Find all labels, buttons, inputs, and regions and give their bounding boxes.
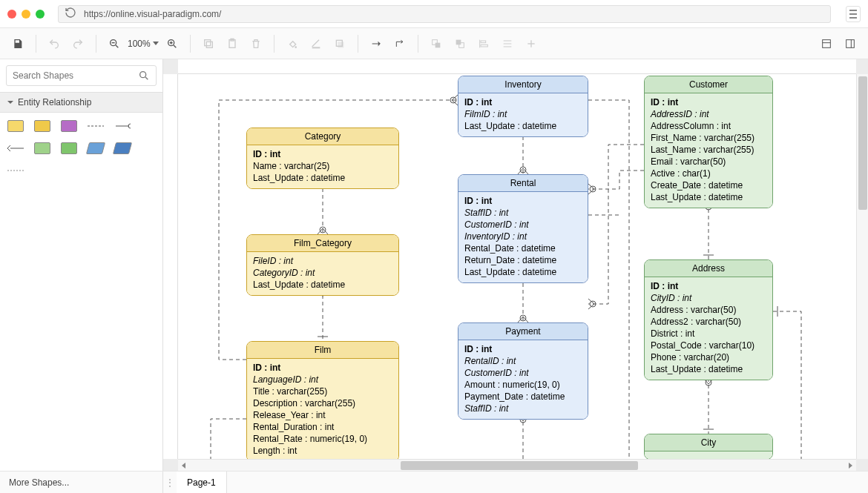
entity-attribute: Last_Update : datetime	[464, 120, 582, 132]
palette-entity-blue[interactable]	[86, 142, 105, 154]
entity-inventory[interactable]: Inventory ID : intFilmID : intLast_Updat…	[458, 76, 588, 137]
entity-attribute: Title : varchar(255)	[253, 386, 392, 397]
palette-entity-yellow[interactable]	[7, 120, 24, 132]
page-tab[interactable]: Page-1	[177, 472, 227, 493]
entity-attribute: Last_Update : datetime	[253, 172, 392, 184]
svg-line-33	[145, 77, 148, 79]
menu-icon[interactable]	[846, 6, 861, 22]
diagram-canvas[interactable]: Category ID : intName : varchar(25)Last_…	[178, 74, 856, 459]
svg-point-44	[520, 167, 526, 173]
connector-arrow-button[interactable]	[366, 33, 387, 54]
svg-rect-30	[846, 39, 855, 47]
scrollbar-horizontal[interactable]	[178, 459, 856, 471]
maximize-dot[interactable]	[36, 10, 45, 19]
connector-style-button[interactable]	[389, 33, 410, 54]
minimize-dot[interactable]	[22, 10, 30, 19]
svg-point-36	[128, 124, 131, 128]
svg-point-49	[450, 97, 456, 103]
svg-rect-28	[823, 39, 831, 47]
align-button[interactable]	[473, 33, 494, 54]
entity-attribute: District : int	[651, 328, 766, 340]
tofront-button[interactable]	[426, 33, 447, 54]
entity-attribute: LanguageID : int	[253, 374, 392, 386]
section-header[interactable]: Entity Relationship	[0, 92, 162, 113]
entity-attribute: Last_Update : datetime	[464, 266, 582, 278]
svg-point-56	[706, 380, 711, 386]
entity-attribute: Rental_Rate : numeric(19, 0)	[253, 433, 392, 445]
palette-entity-blue2[interactable]	[113, 142, 132, 154]
fill-button[interactable]	[282, 33, 303, 54]
zoom-select[interactable]: 100%	[128, 39, 159, 49]
entity-city[interactable]: City	[644, 434, 773, 459]
toback-button[interactable]	[450, 33, 470, 54]
distribute-button[interactable]	[497, 33, 518, 54]
svg-rect-14	[338, 42, 343, 47]
entity-attribute: CustomerID : int	[464, 367, 582, 379]
url-text: https://online.visual-paradigm.com/	[84, 9, 221, 19]
entity-attribute: CategoryID : int	[253, 267, 392, 279]
tab-grip[interactable]: ⋮	[163, 477, 177, 488]
palette-entity-yellow2[interactable]	[34, 120, 50, 132]
entity-category[interactable]: Category ID : intName : varchar(25)Last_…	[246, 128, 399, 189]
zoom-in-button[interactable]	[162, 33, 183, 54]
svg-point-51	[590, 186, 596, 192]
svg-rect-22	[481, 44, 487, 47]
entity-attribute: CityID : int	[651, 292, 766, 304]
entity-attribute: ID : int	[464, 195, 582, 207]
svg-point-40	[320, 227, 326, 233]
panel-toggle-1-button[interactable]	[816, 33, 837, 54]
entity-attribute: InventoryID : int	[464, 231, 582, 242]
address-bar[interactable]: https://online.visual-paradigm.com/	[58, 5, 831, 23]
svg-point-11	[295, 46, 297, 48]
search-input[interactable]	[6, 65, 157, 86]
entity-attribute: Length : int	[253, 445, 392, 457]
entity-attribute: Last_Update : datetime	[651, 191, 766, 203]
shadow-button[interactable]	[329, 33, 350, 54]
entity-attribute: Last_Update : datetime	[253, 279, 392, 291]
svg-line-1	[116, 45, 118, 47]
entity-film-category[interactable]: Film_Category FileID : intCategoryID : i…	[246, 234, 399, 296]
browser-bar: https://online.visual-paradigm.com/	[0, 0, 868, 28]
close-dot[interactable]	[7, 10, 16, 19]
palette-rel-3[interactable]	[7, 142, 24, 154]
entity-rental[interactable]: Rental ID : intStaffID : intCustomerID :…	[458, 174, 588, 283]
svg-rect-21	[481, 41, 486, 43]
svg-point-46	[520, 315, 526, 321]
search-field[interactable]	[13, 70, 138, 81]
palette-entity-green2[interactable]	[61, 142, 77, 154]
palette-entity-purple[interactable]	[61, 120, 77, 132]
svg-rect-17	[435, 42, 440, 47]
entity-payment[interactable]: Payment ID : intRentalID : intCustomerID…	[458, 322, 588, 420]
palette-rel-1[interactable]	[88, 120, 104, 132]
reload-icon[interactable]	[65, 7, 76, 21]
palette-rel-2[interactable]	[114, 120, 131, 132]
undo-button[interactable]	[44, 33, 65, 54]
delete-button[interactable]	[246, 33, 266, 54]
more-shapes-button[interactable]: More Shapes...	[0, 472, 163, 493]
add-button[interactable]	[521, 33, 542, 54]
ruler-horizontal	[178, 59, 856, 74]
panel-toggle-2-button[interactable]	[840, 33, 861, 54]
entity-attribute: Address2 : varchar(50)	[651, 316, 766, 328]
entity-attribute: Postal_Code : varchar(10)	[651, 340, 766, 351]
save-button[interactable]	[7, 33, 28, 54]
copy-button[interactable]	[198, 33, 219, 54]
entity-address[interactable]: Address ID : intCityID : intAddress : va…	[644, 259, 773, 380]
entity-film[interactable]: Film ID : intLanguageID : intTitle : var…	[246, 341, 399, 459]
palette-rel-4[interactable]	[7, 165, 24, 176]
stroke-button[interactable]	[306, 33, 326, 54]
entity-attribute: FilmID : int	[464, 108, 582, 120]
entity-attribute: RentalID : int	[464, 355, 582, 367]
entity-attribute: First_Name : varchar(255)	[651, 132, 766, 144]
shape-palette	[0, 113, 162, 184]
palette-entity-green[interactable]	[34, 142, 50, 154]
entity-attribute: Phone : varchar(20)	[651, 351, 766, 363]
scrollbar-vertical[interactable]	[856, 74, 868, 459]
redo-button[interactable]	[68, 33, 88, 54]
paste-button[interactable]	[222, 33, 243, 54]
entity-attribute: ID : int	[253, 362, 392, 374]
zoom-out-button[interactable]	[104, 33, 125, 54]
svg-rect-8	[204, 39, 210, 45]
entity-customer[interactable]: Customer ID : intAddressID : intAddressC…	[644, 76, 773, 208]
entity-attribute: Address : varchar(50)	[651, 304, 766, 316]
